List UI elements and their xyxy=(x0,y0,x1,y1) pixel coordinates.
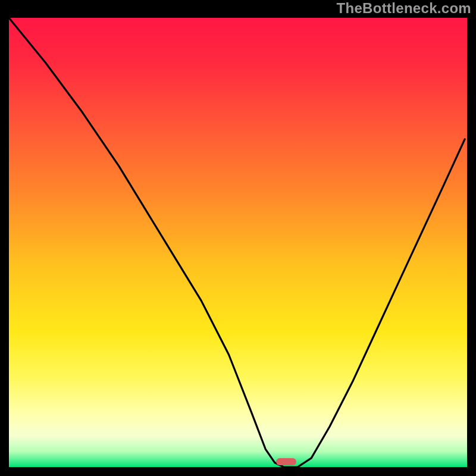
chart-frame: TheBottleneck.com xyxy=(0,0,476,476)
gradient-background xyxy=(9,18,467,467)
watermark-text: TheBottleneck.com xyxy=(337,0,471,17)
optimal-point-marker xyxy=(276,458,297,466)
bottleneck-chart-svg xyxy=(9,18,467,467)
plot-area xyxy=(9,18,467,467)
